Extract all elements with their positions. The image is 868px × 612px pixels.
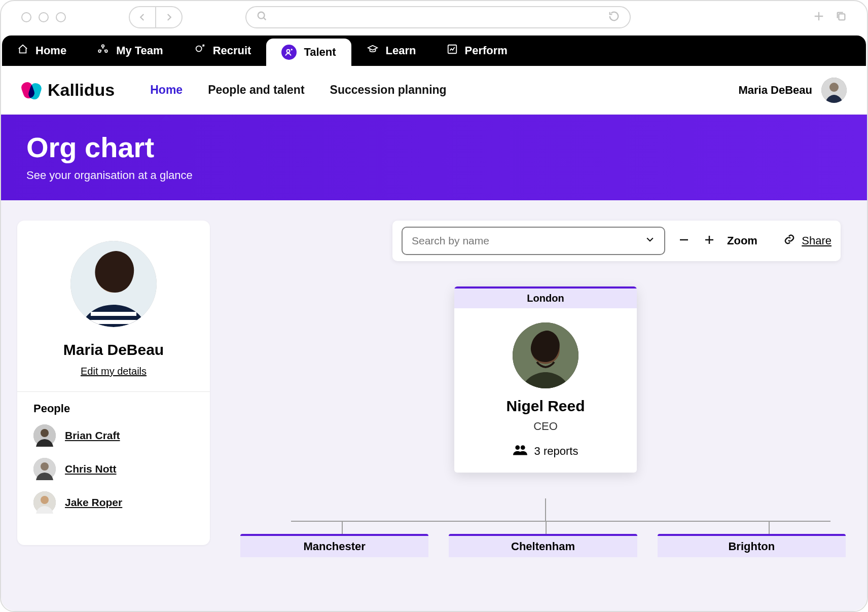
perform-icon bbox=[447, 44, 458, 58]
zoom-in-button[interactable] bbox=[702, 233, 717, 248]
svg-rect-17 bbox=[89, 320, 138, 324]
forward-button[interactable] bbox=[156, 7, 182, 27]
traffic-light-max[interactable] bbox=[56, 12, 66, 22]
learn-icon bbox=[367, 44, 379, 58]
person-row[interactable]: Jake Roper bbox=[33, 491, 194, 514]
avatar bbox=[33, 424, 56, 447]
org-child-location[interactable]: Manchester bbox=[240, 534, 428, 557]
share-link[interactable]: Share bbox=[802, 234, 831, 247]
nav-label: Learn bbox=[386, 44, 416, 57]
link-icon bbox=[783, 233, 795, 248]
browser-toolbar bbox=[1, 1, 867, 35]
svg-point-0 bbox=[258, 12, 265, 19]
brand-logo[interactable]: Kallidus bbox=[21, 80, 115, 100]
svg-point-8 bbox=[196, 46, 201, 52]
recruit-icon bbox=[194, 44, 206, 58]
avatar bbox=[821, 78, 847, 103]
traffic-light-close[interactable] bbox=[21, 12, 31, 22]
zoom-label: Zoom bbox=[727, 234, 757, 247]
chrome-right-controls bbox=[813, 10, 847, 25]
org-chart-canvas[interactable]: Zoom Share London bbox=[230, 221, 851, 611]
person-row[interactable]: Brian Craft bbox=[33, 424, 194, 447]
svg-rect-16 bbox=[91, 312, 136, 316]
home-icon bbox=[17, 44, 28, 58]
connector bbox=[342, 521, 343, 534]
org-node-root[interactable]: London Nigel bbox=[454, 286, 637, 473]
user-chip[interactable]: Maria DeBeau bbox=[738, 78, 847, 103]
nav-talent[interactable]: Talent bbox=[266, 39, 351, 66]
person-link[interactable]: Chris Nott bbox=[65, 463, 117, 475]
user-name: Maria DeBeau bbox=[738, 84, 812, 97]
org-child-location[interactable]: Cheltenham bbox=[449, 534, 637, 557]
logo-mark-icon bbox=[21, 80, 42, 100]
nav-my-team[interactable]: My Team bbox=[82, 35, 178, 66]
avatar bbox=[33, 491, 56, 514]
org-node-name: Nigel Reed bbox=[454, 398, 637, 415]
nav-label: Perform bbox=[465, 44, 508, 57]
subtab-label: Home bbox=[150, 83, 183, 96]
zoom-out-button[interactable] bbox=[676, 233, 692, 248]
copy-window-icon[interactable] bbox=[836, 10, 847, 25]
profile-name: Maria DeBeau bbox=[63, 341, 164, 358]
org-child-label: Brighton bbox=[728, 540, 775, 553]
profile-card: Maria DeBeau Edit my details People Bria… bbox=[17, 221, 210, 545]
svg-point-30 bbox=[515, 445, 520, 450]
sub-bar: Kallidus Home People and talent Successi… bbox=[1, 66, 867, 115]
nav-label: Recruit bbox=[213, 44, 251, 57]
org-child-label: Cheltenham bbox=[511, 540, 575, 553]
back-button[interactable] bbox=[130, 7, 155, 27]
content-area: Maria DeBeau Edit my details People Bria… bbox=[1, 200, 867, 611]
nav-home[interactable]: Home bbox=[2, 35, 82, 66]
connector bbox=[291, 521, 830, 522]
svg-point-19 bbox=[41, 429, 49, 437]
traffic-lights bbox=[21, 12, 66, 22]
svg-rect-4 bbox=[839, 14, 845, 20]
search-icon bbox=[257, 11, 268, 24]
person-link[interactable]: Brian Craft bbox=[65, 429, 120, 442]
person-link[interactable]: Jake Roper bbox=[65, 496, 122, 509]
connector bbox=[546, 521, 547, 534]
chevron-down-icon[interactable] bbox=[645, 234, 655, 247]
primary-nav: Home My Team Recruit Talent bbox=[2, 35, 866, 66]
subtab-people-and-talent[interactable]: People and talent bbox=[208, 80, 304, 100]
subtab-label: People and talent bbox=[208, 83, 304, 96]
url-bar[interactable] bbox=[245, 6, 631, 28]
app-root: Home My Team Recruit Talent bbox=[1, 35, 867, 611]
subtab-home[interactable]: Home bbox=[150, 80, 183, 100]
org-node-location: London bbox=[454, 286, 637, 308]
svg-point-21 bbox=[41, 462, 49, 471]
share-wrap: Share bbox=[783, 233, 831, 248]
person-row[interactable]: Chris Nott bbox=[33, 458, 194, 480]
nav-recruit[interactable]: Recruit bbox=[178, 35, 267, 66]
svg-point-31 bbox=[520, 445, 525, 450]
profile-avatar bbox=[70, 241, 157, 327]
search-input[interactable] bbox=[412, 235, 645, 247]
org-child-label: Manchester bbox=[304, 540, 366, 553]
nav-buttons bbox=[129, 6, 183, 28]
org-child-location[interactable]: Brighton bbox=[658, 534, 846, 557]
people-section: People Brian Craft Chris Nott bbox=[17, 392, 210, 525]
brand-name: Kallidus bbox=[48, 80, 115, 100]
page-subtitle: See your organisation at a glance bbox=[26, 169, 842, 182]
edit-my-details-link[interactable]: Edit my details bbox=[81, 366, 147, 377]
people-icon bbox=[513, 444, 527, 458]
org-node-avatar bbox=[513, 322, 578, 388]
traffic-light-min[interactable] bbox=[39, 12, 49, 22]
connector bbox=[545, 498, 546, 521]
sub-tabs: Home People and talent Succession planni… bbox=[150, 80, 446, 100]
svg-point-23 bbox=[41, 496, 49, 504]
nav-label: Talent bbox=[304, 46, 336, 59]
subtab-succession-planning[interactable]: Succession planning bbox=[330, 80, 447, 100]
org-child-row: Manchester Cheltenham Brighton bbox=[240, 534, 851, 557]
nav-learn[interactable]: Learn bbox=[351, 35, 431, 66]
org-node-title: CEO bbox=[454, 420, 637, 433]
org-node-reports: 3 reports bbox=[454, 444, 637, 458]
search-by-name[interactable] bbox=[402, 227, 665, 255]
reload-icon[interactable] bbox=[608, 11, 620, 24]
nav-perform[interactable]: Perform bbox=[431, 35, 523, 66]
page-banner: Org chart See your organisation at a gla… bbox=[1, 115, 867, 200]
org-reports-label: 3 reports bbox=[534, 445, 578, 458]
connector bbox=[769, 521, 770, 534]
new-tab-icon[interactable] bbox=[813, 10, 824, 25]
svg-point-12 bbox=[829, 83, 839, 92]
